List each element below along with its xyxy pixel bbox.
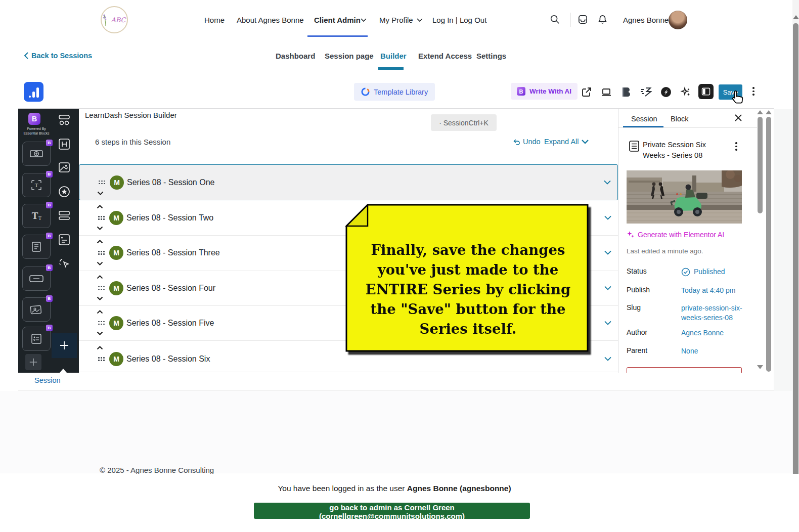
move-down-icon[interactable] — [97, 261, 103, 266]
expand-row-icon[interactable] — [604, 357, 612, 362]
block-tile-gallery[interactable]: B — [22, 297, 51, 322]
sparkles-icon[interactable] — [680, 86, 692, 98]
tab-settings[interactable]: Settings — [476, 52, 506, 60]
block-tile-form[interactable]: B — [22, 327, 51, 351]
featured-image[interactable] — [627, 170, 742, 224]
s-badge-icon[interactable] — [660, 86, 672, 98]
session-title[interactable]: Series 08 - Session Two — [126, 213, 213, 223]
panel-tab-block[interactable]: Block — [671, 115, 688, 123]
session-search-shortcut[interactable]: · SessionCtrl+K — [431, 114, 497, 131]
breadcrumb[interactable]: Session — [34, 376, 61, 384]
nav-login-logout[interactable]: Log In | Log Out — [432, 16, 486, 24]
image-block-icon[interactable] — [58, 161, 71, 174]
toolbar-options-menu[interactable] — [752, 87, 754, 96]
drag-handle[interactable] — [98, 216, 105, 220]
nav-home[interactable]: Home — [204, 16, 225, 24]
block-tile-text[interactable]: B T — [22, 173, 51, 197]
block-tile-media[interactable]: B — [22, 142, 51, 166]
document-icon — [629, 140, 640, 152]
expand-row-icon[interactable] — [604, 250, 612, 256]
add-block-secondary-button[interactable] — [25, 354, 41, 370]
undo-button[interactable]: Undo — [512, 138, 541, 146]
browser-scrollbar-thumb[interactable] — [793, 23, 798, 491]
list-block-icon[interactable] — [58, 233, 71, 246]
expand-row-icon[interactable] — [604, 320, 612, 326]
layout-blocks-icon[interactable] — [58, 113, 71, 126]
back-to-admin-button[interactable]: go back to admin as Cornell Green (corne… — [254, 503, 530, 519]
content-scrollbar-thumb[interactable] — [766, 117, 771, 372]
block-tile-advanced-text[interactable]: B TT — [22, 204, 51, 228]
move-up-icon[interactable] — [97, 204, 103, 209]
panel-tab-session[interactable]: Session — [631, 115, 657, 123]
field-value-publish[interactable]: Today at 4:40 pm — [681, 286, 746, 295]
move-up-icon[interactable] — [97, 239, 103, 244]
tab-extend-access[interactable]: Extend Access — [418, 52, 472, 60]
browser-scrollbar-up[interactable] — [793, 15, 799, 19]
nav-my-profile[interactable]: My Profile — [379, 16, 413, 24]
write-with-ai-button[interactable]: B Write With AI — [511, 83, 578, 100]
move-down-icon[interactable] — [97, 331, 103, 336]
inbox-icon[interactable] — [577, 14, 589, 25]
expand-row-icon[interactable] — [604, 285, 612, 291]
move-down-icon[interactable] — [97, 296, 103, 301]
move-up-icon[interactable] — [97, 345, 103, 350]
star-circle-icon[interactable] — [58, 185, 71, 198]
speed-optimizer-icon[interactable] — [640, 86, 652, 98]
expand-all-button[interactable]: Expand All — [544, 138, 589, 146]
field-value-parent[interactable]: None — [681, 346, 746, 356]
drag-handle[interactable] — [99, 181, 105, 185]
add-block-button[interactable] — [52, 333, 77, 358]
site-logo[interactable]: ABC — [101, 6, 128, 33]
tab-session-page[interactable]: Session page — [325, 52, 374, 60]
generate-ai-link[interactable]: Generate with Elementor AI — [627, 231, 724, 239]
template-library-button[interactable]: Template Library — [354, 83, 435, 101]
avatar[interactable] — [669, 11, 687, 29]
session-row[interactable]: M Series 08 - Session One — [79, 164, 618, 200]
bell-icon[interactable] — [597, 14, 608, 25]
nav-about[interactable]: About Agnes Bonne — [237, 16, 304, 24]
mouse-cursor-hand — [730, 89, 745, 106]
back-to-sessions-link[interactable]: Back to Sessions — [24, 52, 92, 60]
drag-handle[interactable] — [98, 357, 105, 361]
move-down-icon[interactable] — [97, 191, 104, 196]
drag-handle[interactable] — [98, 321, 105, 325]
session-title[interactable]: Series 08 - Session Six — [126, 354, 210, 364]
builder-app-icon[interactable] — [24, 82, 43, 102]
drag-handle[interactable] — [98, 286, 105, 290]
panel-scrollbar-up[interactable] — [757, 110, 763, 114]
document-options-menu[interactable] — [735, 142, 737, 151]
panel-scrollbar-thumb[interactable] — [758, 117, 763, 213]
rows-block-icon[interactable] — [58, 209, 71, 222]
eb-badge-icon: B — [46, 295, 53, 302]
panel-scrollbar-down[interactable] — [757, 365, 763, 369]
login-notice-band: You have been logged in as the user Agne… — [0, 474, 799, 532]
move-down-icon[interactable] — [97, 226, 103, 231]
session-title[interactable]: Series 08 - Session Four — [126, 284, 215, 293]
field-value-slug[interactable]: private-session-six-weeks-series-08 — [681, 303, 746, 323]
field-value-author[interactable]: Agnes Bonne — [681, 328, 746, 338]
expand-row-icon[interactable] — [603, 180, 611, 185]
click-cursor-icon[interactable] — [58, 257, 71, 270]
session-title[interactable]: Series 08 - Session One — [127, 178, 214, 187]
responsive-preview-icon[interactable] — [600, 86, 612, 98]
heading-block-icon[interactable] — [58, 138, 71, 151]
move-up-icon[interactable] — [97, 275, 103, 279]
user-name[interactable]: Agnes Bonne — [623, 16, 669, 24]
search-icon[interactable] — [549, 14, 560, 25]
nav-client-admin[interactable]: Client Admin — [314, 16, 361, 24]
external-link-icon[interactable] — [581, 86, 593, 98]
block-tile-document[interactable]: B — [22, 235, 51, 259]
essential-blocks-icon[interactable] — [620, 86, 632, 98]
block-tile-button[interactable]: B — [22, 267, 51, 291]
drag-handle[interactable] — [98, 251, 105, 255]
tab-dashboard[interactable]: Dashboard — [276, 52, 315, 60]
toggle-sidebar-button[interactable] — [698, 84, 714, 99]
expand-row-icon[interactable] — [604, 215, 612, 221]
session-title[interactable]: Series 08 - Session Five — [126, 319, 214, 328]
close-icon[interactable] — [734, 114, 742, 122]
move-up-icon[interactable] — [97, 309, 103, 314]
field-value-status[interactable]: Published — [681, 267, 746, 277]
tab-builder[interactable]: Builder — [380, 52, 407, 60]
session-title[interactable]: Series 08 - Session Three — [126, 248, 220, 257]
content-scrollbar-up[interactable] — [766, 110, 772, 114]
